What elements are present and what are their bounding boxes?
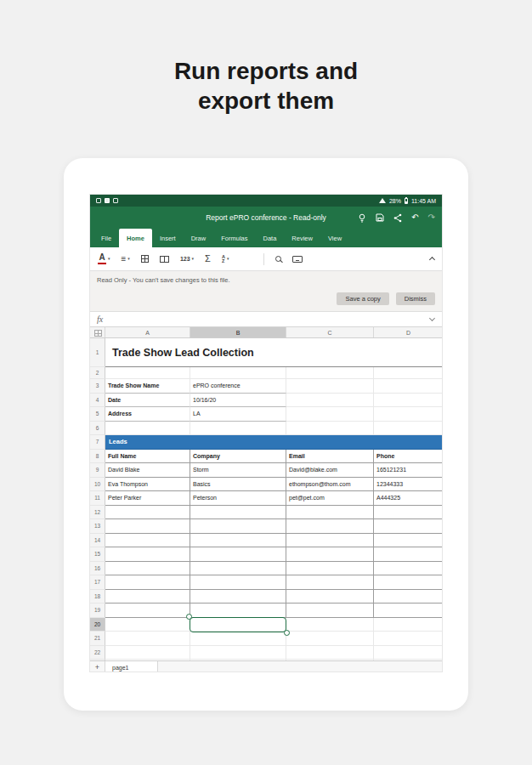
row-header-5[interactable]: 5 — [90, 407, 105, 422]
row-header-22[interactable]: 22 — [90, 646, 105, 660]
menu-tab-view[interactable]: View — [320, 229, 349, 247]
cell-C21[interactable] — [286, 632, 374, 646]
row-header-1[interactable]: 1 — [90, 338, 105, 367]
cell-C12[interactable] — [286, 506, 374, 520]
row-header-14[interactable]: 14 — [90, 534, 105, 548]
cell-C16[interactable] — [286, 562, 374, 576]
cell-A16[interactable] — [105, 562, 190, 576]
add-sheet-button[interactable]: + — [90, 661, 105, 672]
autosum-button[interactable]: Σ — [205, 254, 211, 264]
menu-tab-formulas[interactable]: Formulas — [213, 229, 255, 247]
formula-expand-chevron-icon[interactable] — [429, 315, 435, 321]
cell-C13[interactable] — [286, 519, 374, 534]
row-header-9[interactable]: 9 — [90, 463, 105, 478]
cell-C9[interactable]: David@blake.com — [286, 463, 374, 478]
cell-B10[interactable]: Basics — [190, 478, 286, 492]
cell-B12[interactable] — [190, 506, 286, 520]
cell-C8[interactable]: Email — [286, 450, 374, 464]
cell-C5[interactable] — [286, 407, 374, 422]
cell-A12[interactable] — [105, 506, 190, 520]
font-color-button[interactable]: A ▾ — [98, 253, 110, 264]
row-header-15[interactable]: 15 — [90, 547, 105, 562]
cell-D16[interactable] — [374, 562, 442, 576]
cell-A8[interactable]: Full Name — [105, 450, 190, 464]
cell-C23[interactable] — [286, 660, 374, 660]
cell-A20[interactable] — [105, 618, 190, 632]
cell-D4[interactable] — [374, 394, 442, 408]
cell-B8[interactable]: Company — [190, 450, 286, 464]
cell-D3[interactable] — [374, 379, 442, 394]
cell-D8[interactable]: Phone — [374, 450, 442, 464]
cell-A18[interactable] — [105, 590, 190, 604]
row-header-17[interactable]: 17 — [90, 575, 105, 590]
row-header-16[interactable]: 16 — [90, 562, 105, 576]
cell-A10[interactable]: Eva Thompson — [105, 478, 190, 492]
alignment-button[interactable]: ≡ ▾ — [122, 255, 130, 264]
cell-D21[interactable] — [374, 632, 442, 646]
cell-D18[interactable] — [374, 590, 442, 604]
row-header-4[interactable]: 4 — [90, 394, 105, 408]
sort-filter-button[interactable]: AZ ▾ — [222, 255, 229, 264]
menu-tab-file[interactable]: File — [93, 229, 119, 247]
collapse-ribbon-button[interactable] — [430, 256, 434, 262]
cell-A2[interactable] — [105, 367, 190, 379]
cell-B17[interactable] — [190, 575, 286, 590]
cell-B18[interactable] — [190, 590, 286, 604]
select-all-corner[interactable] — [90, 327, 105, 337]
cell-B3[interactable]: ePRO conference — [190, 379, 286, 394]
cell-leads-header[interactable]: Leads — [105, 435, 442, 450]
row-header-2[interactable]: 2 — [90, 367, 105, 379]
merge-cells-button[interactable] — [160, 256, 169, 263]
cell-C20[interactable] — [286, 618, 374, 632]
cell-D5[interactable] — [374, 407, 442, 422]
cell-sheet-title[interactable]: Trade Show Lead Collection — [105, 338, 442, 367]
cell-B21[interactable] — [190, 632, 286, 646]
cell-D12[interactable] — [374, 506, 442, 520]
cell-D23[interactable] — [374, 660, 442, 660]
row-header-23[interactable]: 23 — [90, 660, 105, 660]
cell-C19[interactable] — [286, 604, 374, 618]
cell-C22[interactable] — [286, 646, 374, 660]
cell-A4[interactable]: Date — [105, 394, 190, 408]
cell-D14[interactable] — [374, 534, 442, 548]
cell-B23[interactable] — [190, 660, 286, 660]
cell-B2[interactable] — [190, 367, 286, 379]
column-header-c[interactable]: C — [286, 327, 374, 337]
selection-box[interactable] — [190, 617, 286, 632]
cell-A17[interactable] — [105, 575, 190, 590]
cell-B5[interactable]: LA — [190, 407, 286, 422]
borders-button[interactable] — [141, 255, 149, 263]
cell-C11[interactable]: pet@pet.com — [286, 491, 374, 506]
cell-D22[interactable] — [374, 646, 442, 660]
row-header-21[interactable]: 21 — [90, 632, 105, 646]
save-a-copy-button[interactable]: Save a copy — [337, 292, 388, 305]
cell-A21[interactable] — [105, 632, 190, 646]
column-header-a[interactable]: A — [105, 327, 190, 337]
cell-D10[interactable]: 12344333 — [374, 478, 442, 492]
cell-B6[interactable] — [190, 422, 286, 436]
cell-A9[interactable]: David Blake — [105, 463, 190, 478]
cell-A6[interactable] — [105, 422, 190, 436]
row-header-19[interactable]: 19 — [90, 604, 105, 618]
keyboard-button[interactable] — [292, 256, 303, 263]
cell-A3[interactable]: Trade Show Name — [105, 379, 190, 394]
cell-C10[interactable]: ethompson@thom.com — [286, 478, 374, 492]
cell-D17[interactable] — [374, 575, 442, 590]
cell-D9[interactable]: 165121231 — [374, 463, 442, 478]
cell-B14[interactable] — [190, 534, 286, 548]
sheet-tab-page1[interactable]: page1 — [105, 661, 158, 672]
row-header-7[interactable]: 7 — [90, 435, 105, 450]
column-header-d[interactable]: D — [374, 327, 443, 337]
cell-D20[interactable] — [374, 618, 442, 632]
cell-C2[interactable] — [286, 367, 374, 379]
cell-B16[interactable] — [190, 562, 286, 576]
lightbulb-icon[interactable] — [358, 213, 366, 223]
menu-tab-home[interactable]: Home — [119, 229, 152, 247]
cell-B9[interactable]: Storm — [190, 463, 286, 478]
cell-B22[interactable] — [190, 646, 286, 660]
cell-D6[interactable] — [374, 422, 442, 436]
dismiss-button[interactable]: Dismiss — [396, 292, 435, 305]
cell-A14[interactable] — [105, 534, 190, 548]
row-header-12[interactable]: 12 — [90, 506, 105, 520]
row-header-13[interactable]: 13 — [90, 519, 105, 534]
